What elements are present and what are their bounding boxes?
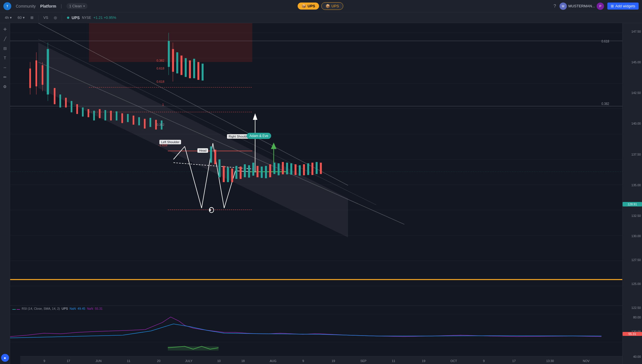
x-label-aug: AUG	[270, 359, 277, 363]
svg-rect-98	[286, 163, 288, 174]
price-127: 127.50	[631, 258, 641, 262]
ups-btn-label: UPS	[307, 4, 315, 8]
timeframe-selector[interactable]: 4h ▾	[3, 15, 14, 21]
rsi-40: 40.00	[633, 355, 641, 358]
top-navigation: T Community Platform | 1 Clean ▾ 📦 UPS 📦…	[0, 0, 642, 12]
vs-label: VS	[43, 15, 48, 20]
measure-tool[interactable]: ↔	[1, 64, 9, 71]
indicator-button[interactable]: ⊞	[28, 15, 35, 21]
x-label-11b: 11	[392, 359, 395, 363]
nav-community[interactable]: Community	[16, 4, 36, 8]
nav-platform[interactable]: Platform	[40, 4, 56, 8]
adam-eve-label: Adam & Eve	[247, 133, 271, 139]
add-widgets-label: Add widgets	[615, 4, 635, 8]
chart-toolbar: 4h ▾ 60 ▾ ⊞ VS ◎ UPS NYSE +1.21 +0.95%	[0, 12, 642, 23]
live-button[interactable]: ●	[1, 354, 9, 362]
ups-button-filled[interactable]: 📦 UPS	[298, 3, 319, 10]
price-current: 128.91	[623, 202, 642, 206]
ticker-info: UPS NYSE +1.21 +0.95%	[65, 15, 118, 21]
x-axis: 9 17 JUN 11 20 JULY 10 18 AUG 9 19 SEP 1…	[20, 356, 622, 364]
svg-rect-61	[180, 55, 182, 75]
text-tool[interactable]: T	[1, 54, 9, 62]
price-137: 137.50	[631, 153, 641, 156]
settings-tool[interactable]: ⚙	[1, 83, 9, 91]
indicator-dot	[67, 17, 69, 19]
help-icon[interactable]: ?	[554, 4, 556, 9]
add-widgets-button[interactable]: ⊞ Add widgets	[607, 3, 639, 10]
svg-rect-84	[227, 168, 229, 182]
toolbar-separator2	[62, 15, 62, 21]
svg-rect-88	[244, 164, 246, 177]
ups-btn2-label: UPS	[331, 4, 339, 8]
nav-center: 📦 UPS 📦 UPS	[92, 2, 549, 10]
svg-rect-100	[295, 164, 297, 175]
compare-button[interactable]: ◎	[52, 15, 59, 21]
svg-line-16	[38, 39, 376, 205]
rsi-val-highlight: 55.31	[623, 332, 642, 336]
logo[interactable]: T	[3, 2, 11, 10]
svg-rect-53	[150, 118, 151, 127]
svg-rect-91	[257, 166, 258, 177]
svg-rect-95	[273, 163, 275, 174]
svg-rect-87	[240, 167, 242, 179]
svg-rect-64	[193, 59, 195, 78]
ups-button-outline[interactable]: 📦 UPS	[321, 2, 343, 10]
user-area[interactable]: M MUSTERMAN... P	[559, 3, 604, 10]
fib-1: 1	[162, 103, 164, 106]
x-label-17b: 17	[512, 359, 516, 363]
rsi-nan2: NaN	[87, 307, 93, 310]
price-130: 130.00	[631, 234, 641, 238]
svg-rect-82	[219, 159, 220, 177]
rsi-title: RSI (14, Close, SMA, 14, 2)	[22, 307, 60, 310]
svg-rect-39	[71, 101, 72, 112]
svg-rect-49	[127, 114, 129, 122]
ticker-exchange: NYSE	[82, 16, 91, 20]
x-label-9: 9	[43, 359, 45, 363]
x-label-19b: 19	[422, 359, 425, 363]
chevron-down-icon2: ▾	[23, 15, 25, 20]
svg-rect-89	[248, 165, 250, 177]
rsi-label: RSI (14, Close, SMA, 14, 2) UPS NaN 49.4…	[12, 307, 102, 310]
draw-tool[interactable]: ✏	[1, 73, 9, 81]
fib-tool[interactable]: ⊟	[1, 44, 9, 52]
rsi-panel: RSI (14, Close, SMA, 14, 2) UPS NaN 49.4…	[10, 305, 622, 356]
x-label-9b: 9	[302, 359, 304, 363]
svg-rect-37	[59, 95, 61, 107]
vs-button[interactable]: VS	[41, 15, 50, 21]
x-label-nov: NOV	[583, 359, 590, 363]
svg-rect-99	[290, 163, 292, 175]
clean-badge-label: 1 Clean	[69, 4, 82, 8]
chart-container[interactable]: 0.618 0.382	[10, 23, 642, 364]
svg-rect-81	[214, 150, 216, 164]
price-chart-svg: 0.618 0.382	[10, 23, 622, 305]
left-sidebar: ✛ ╱ ⊟ T ↔ ✏ ⚙ ●	[0, 23, 10, 364]
price-142: 142.50	[631, 91, 641, 95]
svg-rect-103	[307, 163, 309, 175]
compare-icon: ◎	[54, 15, 57, 20]
cursor-tool[interactable]: ✛	[1, 25, 9, 33]
x-label-9c: 9	[483, 359, 485, 363]
nav-separator: |	[61, 4, 62, 9]
avatar2: P	[597, 3, 604, 10]
svg-rect-13	[89, 23, 252, 62]
ticker-price-change: +1.21 +0.95%	[93, 15, 116, 20]
svg-rect-62	[185, 58, 187, 77]
fib-0618-1: 0.618	[157, 67, 164, 70]
interval-selector[interactable]: 60 ▾	[15, 15, 26, 21]
svg-rect-105	[316, 162, 318, 174]
ups-icon2: 📦	[326, 4, 330, 8]
ups-icon: 📦	[302, 4, 306, 8]
x-label-18: 18	[241, 359, 245, 363]
fib-0382-2: 0.382	[157, 123, 164, 126]
clean-badge[interactable]: 1 Clean ▾	[66, 3, 88, 9]
svg-rect-40	[76, 104, 78, 114]
line-tool[interactable]: ╱	[1, 35, 9, 43]
svg-rect-36	[54, 88, 55, 104]
rsi-nan1: NaN	[70, 307, 76, 310]
indicator-icon: ⊞	[30, 15, 34, 20]
svg-rect-101	[299, 165, 301, 176]
svg-rect-43	[93, 111, 95, 121]
svg-rect-106	[320, 163, 322, 174]
chevron-down-icon: ▾	[83, 5, 85, 8]
svg-rect-65	[197, 62, 199, 80]
